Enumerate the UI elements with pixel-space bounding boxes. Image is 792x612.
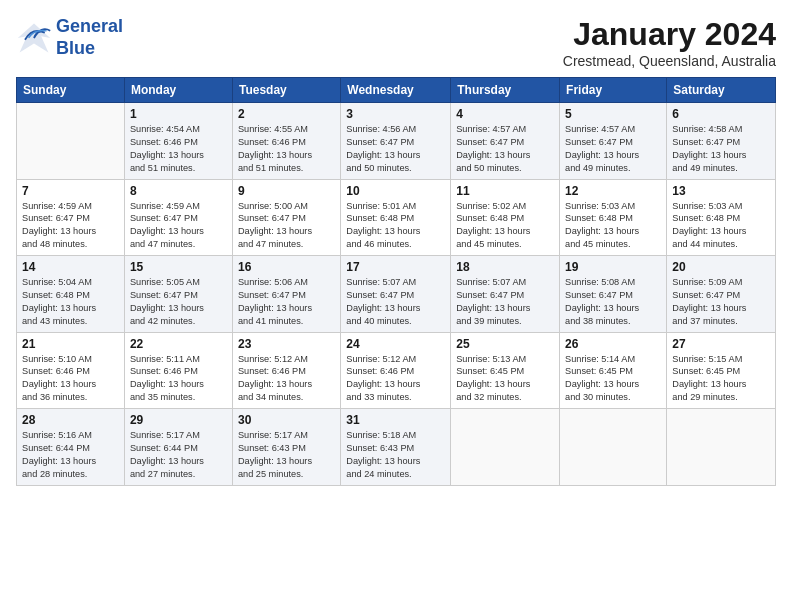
calendar-cell: 2Sunrise: 4:55 AMSunset: 6:46 PMDaylight…	[232, 103, 340, 180]
calendar-cell: 19Sunrise: 5:08 AMSunset: 6:47 PMDayligh…	[560, 256, 667, 333]
calendar-cell: 3Sunrise: 4:56 AMSunset: 6:47 PMDaylight…	[341, 103, 451, 180]
month-year-title: January 2024	[563, 16, 776, 53]
day-info: Sunrise: 5:17 AMSunset: 6:44 PMDaylight:…	[130, 429, 227, 481]
page-header: General Blue January 2024 Crestmead, Que…	[16, 16, 776, 69]
day-info: Sunrise: 5:03 AMSunset: 6:48 PMDaylight:…	[672, 200, 770, 252]
calendar-week-row: 21Sunrise: 5:10 AMSunset: 6:46 PMDayligh…	[17, 332, 776, 409]
calendar-week-row: 14Sunrise: 5:04 AMSunset: 6:48 PMDayligh…	[17, 256, 776, 333]
title-block: January 2024 Crestmead, Queensland, Aust…	[563, 16, 776, 69]
day-info: Sunrise: 4:56 AMSunset: 6:47 PMDaylight:…	[346, 123, 445, 175]
day-info: Sunrise: 5:11 AMSunset: 6:46 PMDaylight:…	[130, 353, 227, 405]
day-info: Sunrise: 5:13 AMSunset: 6:45 PMDaylight:…	[456, 353, 554, 405]
day-number: 6	[672, 107, 770, 121]
day-info: Sunrise: 4:55 AMSunset: 6:46 PMDaylight:…	[238, 123, 335, 175]
day-info: Sunrise: 4:57 AMSunset: 6:47 PMDaylight:…	[456, 123, 554, 175]
day-info: Sunrise: 5:02 AMSunset: 6:48 PMDaylight:…	[456, 200, 554, 252]
calendar-cell: 10Sunrise: 5:01 AMSunset: 6:48 PMDayligh…	[341, 179, 451, 256]
calendar-cell: 14Sunrise: 5:04 AMSunset: 6:48 PMDayligh…	[17, 256, 125, 333]
calendar-cell: 27Sunrise: 5:15 AMSunset: 6:45 PMDayligh…	[667, 332, 776, 409]
day-number: 15	[130, 260, 227, 274]
day-info: Sunrise: 5:10 AMSunset: 6:46 PMDaylight:…	[22, 353, 119, 405]
weekday-header-wednesday: Wednesday	[341, 78, 451, 103]
day-number: 28	[22, 413, 119, 427]
day-number: 5	[565, 107, 661, 121]
day-info: Sunrise: 5:17 AMSunset: 6:43 PMDaylight:…	[238, 429, 335, 481]
calendar-cell: 29Sunrise: 5:17 AMSunset: 6:44 PMDayligh…	[124, 409, 232, 486]
calendar-cell: 16Sunrise: 5:06 AMSunset: 6:47 PMDayligh…	[232, 256, 340, 333]
day-number: 3	[346, 107, 445, 121]
logo-text: General Blue	[56, 16, 123, 59]
calendar-table: SundayMondayTuesdayWednesdayThursdayFrid…	[16, 77, 776, 486]
day-info: Sunrise: 4:57 AMSunset: 6:47 PMDaylight:…	[565, 123, 661, 175]
day-number: 7	[22, 184, 119, 198]
calendar-cell: 6Sunrise: 4:58 AMSunset: 6:47 PMDaylight…	[667, 103, 776, 180]
day-number: 21	[22, 337, 119, 351]
location-subtitle: Crestmead, Queensland, Australia	[563, 53, 776, 69]
day-number: 13	[672, 184, 770, 198]
calendar-cell: 30Sunrise: 5:17 AMSunset: 6:43 PMDayligh…	[232, 409, 340, 486]
calendar-cell: 26Sunrise: 5:14 AMSunset: 6:45 PMDayligh…	[560, 332, 667, 409]
calendar-cell	[667, 409, 776, 486]
day-info: Sunrise: 5:16 AMSunset: 6:44 PMDaylight:…	[22, 429, 119, 481]
day-info: Sunrise: 5:18 AMSunset: 6:43 PMDaylight:…	[346, 429, 445, 481]
day-number: 2	[238, 107, 335, 121]
calendar-cell: 11Sunrise: 5:02 AMSunset: 6:48 PMDayligh…	[451, 179, 560, 256]
calendar-cell: 13Sunrise: 5:03 AMSunset: 6:48 PMDayligh…	[667, 179, 776, 256]
day-info: Sunrise: 4:59 AMSunset: 6:47 PMDaylight:…	[22, 200, 119, 252]
day-number: 1	[130, 107, 227, 121]
calendar-cell: 28Sunrise: 5:16 AMSunset: 6:44 PMDayligh…	[17, 409, 125, 486]
weekday-header-tuesday: Tuesday	[232, 78, 340, 103]
day-number: 25	[456, 337, 554, 351]
day-number: 26	[565, 337, 661, 351]
day-number: 29	[130, 413, 227, 427]
day-number: 14	[22, 260, 119, 274]
weekday-header-sunday: Sunday	[17, 78, 125, 103]
calendar-week-row: 28Sunrise: 5:16 AMSunset: 6:44 PMDayligh…	[17, 409, 776, 486]
day-number: 31	[346, 413, 445, 427]
calendar-cell: 21Sunrise: 5:10 AMSunset: 6:46 PMDayligh…	[17, 332, 125, 409]
calendar-week-row: 1Sunrise: 4:54 AMSunset: 6:46 PMDaylight…	[17, 103, 776, 180]
weekday-header-monday: Monday	[124, 78, 232, 103]
calendar-cell: 22Sunrise: 5:11 AMSunset: 6:46 PMDayligh…	[124, 332, 232, 409]
calendar-cell: 1Sunrise: 4:54 AMSunset: 6:46 PMDaylight…	[124, 103, 232, 180]
calendar-cell: 23Sunrise: 5:12 AMSunset: 6:46 PMDayligh…	[232, 332, 340, 409]
calendar-cell: 17Sunrise: 5:07 AMSunset: 6:47 PMDayligh…	[341, 256, 451, 333]
day-info: Sunrise: 5:04 AMSunset: 6:48 PMDaylight:…	[22, 276, 119, 328]
day-info: Sunrise: 5:06 AMSunset: 6:47 PMDaylight:…	[238, 276, 335, 328]
day-info: Sunrise: 5:01 AMSunset: 6:48 PMDaylight:…	[346, 200, 445, 252]
day-number: 11	[456, 184, 554, 198]
day-number: 8	[130, 184, 227, 198]
day-number: 20	[672, 260, 770, 274]
day-number: 9	[238, 184, 335, 198]
weekday-header-thursday: Thursday	[451, 78, 560, 103]
day-number: 22	[130, 337, 227, 351]
day-number: 30	[238, 413, 335, 427]
day-number: 23	[238, 337, 335, 351]
weekday-header-friday: Friday	[560, 78, 667, 103]
calendar-cell: 4Sunrise: 4:57 AMSunset: 6:47 PMDaylight…	[451, 103, 560, 180]
day-info: Sunrise: 5:00 AMSunset: 6:47 PMDaylight:…	[238, 200, 335, 252]
day-number: 24	[346, 337, 445, 351]
day-info: Sunrise: 5:14 AMSunset: 6:45 PMDaylight:…	[565, 353, 661, 405]
day-number: 19	[565, 260, 661, 274]
logo-icon	[16, 20, 52, 56]
day-info: Sunrise: 5:12 AMSunset: 6:46 PMDaylight:…	[346, 353, 445, 405]
calendar-cell: 9Sunrise: 5:00 AMSunset: 6:47 PMDaylight…	[232, 179, 340, 256]
calendar-cell: 18Sunrise: 5:07 AMSunset: 6:47 PMDayligh…	[451, 256, 560, 333]
day-info: Sunrise: 5:05 AMSunset: 6:47 PMDaylight:…	[130, 276, 227, 328]
day-number: 4	[456, 107, 554, 121]
day-info: Sunrise: 4:59 AMSunset: 6:47 PMDaylight:…	[130, 200, 227, 252]
day-number: 27	[672, 337, 770, 351]
day-info: Sunrise: 5:08 AMSunset: 6:47 PMDaylight:…	[565, 276, 661, 328]
day-number: 17	[346, 260, 445, 274]
day-number: 18	[456, 260, 554, 274]
calendar-week-row: 7Sunrise: 4:59 AMSunset: 6:47 PMDaylight…	[17, 179, 776, 256]
calendar-cell: 24Sunrise: 5:12 AMSunset: 6:46 PMDayligh…	[341, 332, 451, 409]
calendar-cell: 25Sunrise: 5:13 AMSunset: 6:45 PMDayligh…	[451, 332, 560, 409]
calendar-cell: 20Sunrise: 5:09 AMSunset: 6:47 PMDayligh…	[667, 256, 776, 333]
calendar-cell	[451, 409, 560, 486]
calendar-cell: 5Sunrise: 4:57 AMSunset: 6:47 PMDaylight…	[560, 103, 667, 180]
weekday-header-row: SundayMondayTuesdayWednesdayThursdayFrid…	[17, 78, 776, 103]
calendar-cell: 8Sunrise: 4:59 AMSunset: 6:47 PMDaylight…	[124, 179, 232, 256]
day-info: Sunrise: 5:12 AMSunset: 6:46 PMDaylight:…	[238, 353, 335, 405]
